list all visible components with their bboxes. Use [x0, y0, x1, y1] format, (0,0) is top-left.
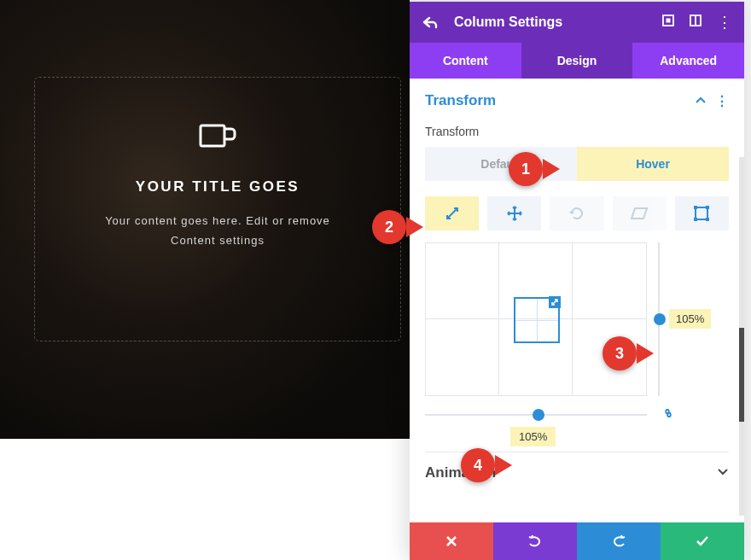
- scale-y-slider[interactable]: [654, 242, 664, 396]
- tab-bar: Content Design Advanced: [410, 43, 744, 79]
- svg-rect-7: [706, 206, 709, 209]
- animation-title: Animation: [425, 464, 496, 481]
- svg-rect-9: [706, 218, 709, 221]
- blurb-content: Your content goes here. Edit or remove C…: [35, 211, 400, 251]
- panel-body: Transform ⋮ Transform Default Hover: [410, 79, 744, 522]
- more-icon[interactable]: ⋮: [717, 15, 732, 30]
- preview-below: [0, 439, 410, 560]
- panel-title: Column Settings: [454, 15, 662, 30]
- scale-y-thumb[interactable]: [654, 313, 666, 325]
- state-default-button[interactable]: Default: [425, 147, 577, 181]
- chevron-up-icon: [695, 95, 707, 107]
- field-label-transform: Transform: [425, 125, 729, 138]
- state-toggle: Default Hover: [425, 147, 729, 181]
- scale-box[interactable]: [514, 297, 560, 343]
- scale-x-slider[interactable]: [425, 410, 647, 420]
- redo-button[interactable]: [577, 522, 661, 560]
- svg-rect-8: [694, 218, 697, 221]
- svg-rect-0: [201, 125, 224, 146]
- section-more-icon[interactable]: ⋮: [715, 93, 729, 109]
- transform-pad[interactable]: [425, 242, 647, 396]
- blurb-title: YOUR TITLE GOES: [35, 178, 400, 195]
- scrollbar[interactable]: [739, 157, 744, 516]
- link-axes-icon[interactable]: [661, 407, 676, 423]
- origin-icon[interactable]: [675, 196, 729, 230]
- undo-button[interactable]: [493, 522, 577, 560]
- discard-button[interactable]: [410, 522, 493, 560]
- state-hover-button[interactable]: Hover: [577, 147, 729, 181]
- columns-icon[interactable]: [690, 15, 702, 30]
- tab-design[interactable]: Design: [521, 43, 633, 79]
- svg-rect-2: [667, 19, 671, 23]
- scale-x-thumb[interactable]: [533, 409, 544, 421]
- section-animation-header[interactable]: Animation: [425, 452, 729, 481]
- chevron-down-icon: [717, 464, 729, 481]
- move-icon[interactable]: [487, 196, 541, 230]
- svg-rect-6: [694, 206, 697, 209]
- scrollbar-thumb[interactable]: [739, 328, 744, 422]
- svg-rect-5: [696, 207, 707, 219]
- save-button[interactable]: [661, 522, 744, 560]
- scale-x-value: 105%: [510, 427, 556, 446]
- section-title: Transform: [425, 92, 496, 109]
- page-preview: YOUR TITLE GOES Your content goes here. …: [0, 0, 410, 439]
- section-transform-header[interactable]: Transform ⋮: [425, 92, 729, 109]
- transform-type-row: [425, 196, 729, 230]
- tab-content[interactable]: Content: [410, 43, 521, 79]
- scale-y-value: 105%: [669, 309, 711, 329]
- panel-header: Column Settings ⋮: [410, 2, 744, 43]
- expand-icon[interactable]: [662, 15, 674, 30]
- settings-panel: Column Settings ⋮ Content Design Advance…: [410, 2, 744, 560]
- resize-handle-icon[interactable]: [549, 296, 561, 308]
- cup-icon: [35, 120, 400, 158]
- tab-advanced[interactable]: Advanced: [632, 43, 744, 79]
- panel-footer: [410, 522, 744, 560]
- scale-icon[interactable]: [425, 196, 479, 230]
- transform-pad-area: 105% 105%: [425, 242, 664, 439]
- skew-icon[interactable]: [613, 196, 667, 230]
- back-icon[interactable]: [422, 15, 439, 29]
- rotate-icon[interactable]: [550, 196, 603, 230]
- blurb-module[interactable]: YOUR TITLE GOES Your content goes here. …: [34, 77, 401, 341]
